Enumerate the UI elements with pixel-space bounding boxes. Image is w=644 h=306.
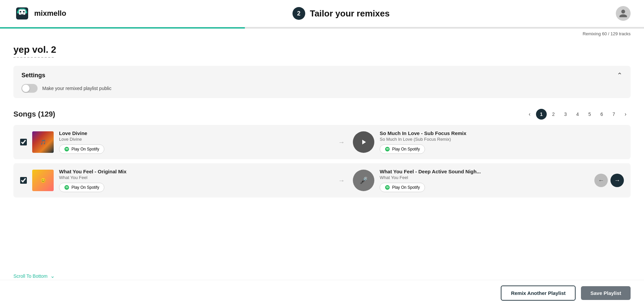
song-info-1: Love Divine Love Divine Play On Spotify (59, 130, 330, 154)
chevron-up-icon[interactable]: ⌃ (617, 71, 623, 79)
settings-section: Settings ⌃ Make your remixed playlist pu… (13, 66, 631, 98)
song-checkbox-1[interactable] (20, 139, 27, 145)
page-btn-4[interactable]: 4 (572, 109, 583, 120)
logo-icon (13, 5, 31, 22)
remix-spotify-btn-1[interactable]: Play On Spotify (380, 144, 425, 154)
svg-rect-6 (25, 11, 27, 13)
song-row-2: 😊 What You Feel - Original Mix What You … (13, 163, 631, 198)
songs-header: Songs (129) ‹ 1 2 3 4 5 6 7 › (13, 109, 631, 120)
pagination: ‹ 1 2 3 4 5 6 7 › (525, 109, 631, 120)
remix-side-1: So Much In Love - Sub Focus Remix So Muc… (353, 130, 624, 154)
pagination-next-arrow[interactable]: › (621, 109, 631, 119)
logo-area: mixmello (13, 5, 66, 22)
main-content: yep vol. 2 Settings ⌃ Make your remixed … (0, 36, 644, 242)
page-btn-3[interactable]: 3 (560, 109, 571, 120)
prev-remix-btn-2[interactable]: ← (594, 174, 608, 187)
spotify-icon-remix-1 (385, 146, 390, 152)
play-icon-1 (360, 138, 368, 146)
settings-body: Make your remixed playlist public (21, 84, 623, 93)
remix-spotify-btn-2[interactable]: Play On Spotify (380, 183, 425, 192)
settings-label: Settings (21, 72, 45, 79)
song-name-2: What You Feel - Original Mix (59, 169, 330, 174)
settings-header: Settings ⌃ (21, 71, 623, 79)
user-avatar[interactable] (616, 6, 631, 21)
song-artist-2: What You Feel (59, 175, 330, 180)
svg-point-4 (23, 11, 25, 13)
page-btn-5[interactable]: 5 (584, 109, 595, 120)
song-row: 🎵 Love Divine Love Divine Play On Spotif… (13, 125, 631, 159)
step-badge: 2 (292, 7, 305, 20)
toggle-label: Make your remixed playlist public (42, 86, 111, 91)
remixing-info: Remixing 60 / 129 tracks (0, 29, 644, 36)
next-remix-btn-2[interactable]: → (610, 174, 624, 187)
step-area: 2 Tailor your remixes (292, 7, 390, 20)
remix-info-2: What You Feel - Deep Active Sound Nigh..… (380, 169, 585, 192)
song-checkbox-2[interactable] (20, 177, 27, 184)
play-btn-1[interactable] (353, 131, 374, 153)
svg-point-3 (20, 11, 21, 13)
playlist-divider (13, 57, 54, 58)
page-btn-7[interactable]: 7 (608, 109, 619, 120)
song-name-1: Love Divine (59, 130, 330, 136)
remix-side-2: 🎤 What You Feel - Deep Active Sound Nigh… (353, 169, 624, 192)
public-toggle[interactable] (21, 84, 38, 93)
song-info-2: What You Feel - Original Mix What You Fe… (59, 169, 330, 192)
remix-name-1: So Much In Love - Sub Focus Remix (380, 130, 624, 136)
spotify-icon-2 (64, 185, 69, 190)
header: mixmello 2 Tailor your remixes (0, 0, 644, 27)
playlist-title: yep vol. 2 (13, 44, 631, 55)
spotify-btn-1[interactable]: Play On Spotify (59, 144, 104, 154)
arrow-divider-2: → (338, 177, 345, 184)
song-art-1: 🎵 (32, 131, 54, 153)
toggle-thumb (22, 85, 30, 92)
remix-info-1: So Much In Love - Sub Focus Remix So Muc… (380, 130, 624, 154)
song-artist-1: Love Divine (59, 137, 330, 142)
remix-art-2: 🎤 (353, 170, 374, 191)
spotify-icon-remix-2 (385, 185, 390, 190)
svg-rect-5 (17, 11, 19, 13)
spotify-icon-1 (64, 146, 69, 152)
page-btn-1[interactable]: 1 (536, 109, 547, 120)
step-title: Tailor your remixes (310, 8, 390, 19)
pagination-prev-arrow[interactable]: ‹ (525, 109, 535, 119)
remix-name-2: What You Feel - Deep Active Sound Nigh..… (380, 169, 585, 174)
arrow-divider-1: → (338, 138, 345, 146)
user-icon (619, 9, 628, 18)
nav-buttons-2: ← → (594, 174, 624, 187)
remix-artist-1: So Much In Love (Sub Focus Remix) (380, 137, 624, 142)
page-btn-2[interactable]: 2 (548, 109, 559, 120)
songs-title: Songs (129) (13, 110, 55, 119)
svg-marker-7 (362, 140, 366, 144)
song-art-2: 😊 (32, 170, 54, 191)
remix-artist-2: What You Feel (380, 175, 585, 180)
page-btn-6[interactable]: 6 (596, 109, 607, 120)
spotify-btn-2[interactable]: Play On Spotify (59, 183, 104, 192)
logo-text: mixmello (34, 9, 66, 18)
